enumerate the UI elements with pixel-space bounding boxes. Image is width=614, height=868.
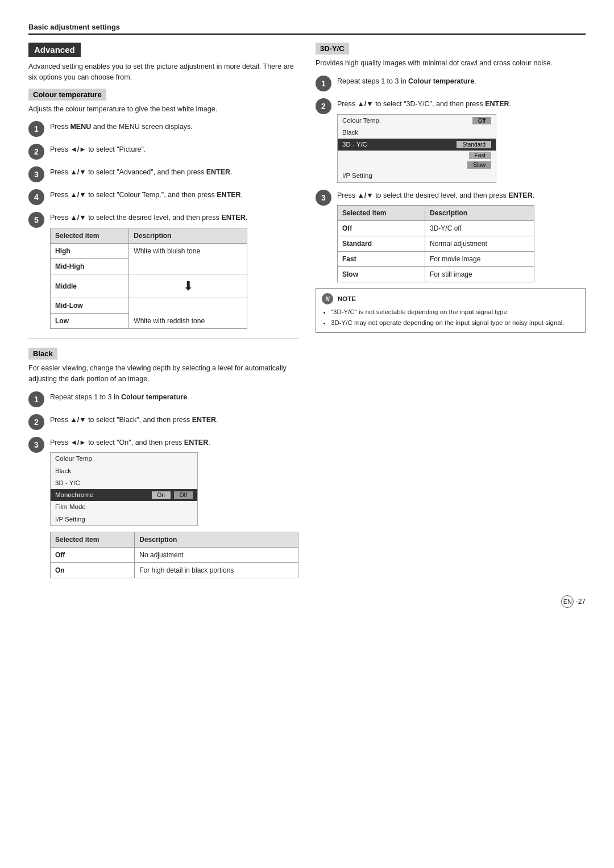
yd3-step-2: 2 Press ▲/▼ to select "3D-Y/C", and then… [316,97,586,183]
step-1-text: Press MENU and the MENU screen displays. [50,120,193,132]
col-description: Description [135,532,298,547]
yd3-section: 3D-Y/C Provides high quality images with… [316,43,586,333]
table-row: High White with bluish tone [51,244,247,259]
black-table: Selected item Description Off No adjustm… [50,532,298,578]
black-step-3-circle: 3 [28,437,44,453]
menu-row-colourtmp: Colour Temp. [51,453,197,465]
menu-row-3dyc: 3D - Y/C Standard [338,139,496,151]
advanced-header: Advanced [28,43,81,57]
yd3-table: Selected item Description Off 3D-Y/C off… [337,205,534,282]
menu-row-ipsetting: I/P Setting [338,170,496,182]
yd3-menu: Colour Temp. Off Black 3D - Y/C Standard… [337,114,496,183]
menu-row-3dyc: 3D - Y/C [51,477,197,489]
step-3-text: Press ▲/▼ to select "Advanced", and then… [50,165,233,178]
table-row: Off 3D-Y/C off [338,221,534,236]
menu-row-colourtmp: Colour Temp. Off [338,115,496,127]
yd3-desc: Provides high quality images with minima… [316,58,586,69]
col-selected-item: Selected item [338,206,425,221]
black-header: Black [28,348,57,360]
black-step-3: 3 Press ◄/► to select "On", and then pre… [28,436,298,578]
advanced-section: Advanced Advanced setting enables you to… [28,43,298,83]
yd3-step-1: 1 Repeat steps 1 to 3 in Colour temperat… [316,74,586,91]
main-layout: Advanced Advanced setting enables you to… [28,43,586,584]
step-5-text: Press ▲/▼ to select the desired level, a… [50,211,247,329]
colour-temp-section: Colour temperature Adjusts the colour te… [28,89,298,329]
note-item-1: "3D-Y/C" is not selectable depending on … [331,307,579,317]
black-step-1: 1 Repeat steps 1 to 3 in Colour temperat… [28,390,298,407]
table-row: Middle ⬇ [51,274,247,298]
table-row: Standard Normal adjustment [338,236,534,252]
col-description: Description [129,228,247,244]
menu-option-on[interactable]: On [152,491,171,499]
menu-row-black: Black [51,465,197,477]
black-menu: Colour Temp. Black 3D - Y/C Monochrome O… [50,452,198,526]
table-row: Slow For still image [338,267,534,282]
table-row: On For high detail in black portions [51,562,298,578]
page-header: Basic adjustment settings [28,23,586,35]
note-item-2: 3D-Y/C may not operate depending on the … [331,318,579,328]
black-desc: For easier viewing, change the viewing d… [28,363,298,385]
black-step-1-text: Repeat steps 1 to 3 in Colour temperatur… [50,390,189,403]
menu-option-standard[interactable]: Standard [457,141,491,148]
menu-row-filmmode: Slow [338,160,496,170]
menu-row-black: Black [338,127,496,139]
advanced-desc: Advanced setting enables you to set the … [28,61,298,83]
step-5: 5 Press ▲/▼ to select the desired level,… [28,211,298,329]
menu-row-monochrome: Fast [338,151,496,160]
black-step-2: 2 Press ▲/▼ to select "Black", and then … [28,413,298,430]
table-row: Off No adjustment [51,547,298,562]
step-4: 4 Press ▲/▼ to select "Colour Temp.", an… [28,188,298,205]
note-icon: N [322,293,333,304]
page-title: Basic adjustment settings [28,23,120,31]
page-num-text: -27 [576,598,586,606]
col-description: Description [425,206,534,221]
yd3-step-2-text: Press ▲/▼ to select "3D-Y/C", and then p… [337,97,586,183]
note-label: NOTE [338,294,356,304]
step-3-circle: 3 [28,166,44,182]
step-4-text: Press ▲/▼ to select "Colour Temp.", and … [50,188,243,201]
menu-row-filmmode: Film Mode [51,501,197,513]
colour-temp-table: Selected item Description High White wit… [50,228,247,329]
note-list: "3D-Y/C" is not selectable depending on … [322,307,579,328]
note-box: N NOTE "3D-Y/C" is not selectable depend… [316,288,586,333]
yd3-step-3-text: Press ▲/▼ to select the desired level, a… [337,189,534,283]
step-2-text: Press ◄/► to select "Picture". [50,143,146,155]
step-2-circle: 2 [28,144,44,160]
yd3-step-1-circle: 1 [316,76,331,91]
menu-option-off[interactable]: Off [472,117,491,124]
yd3-step-3-circle: 3 [316,190,331,206]
page-number: EN -27 [28,595,586,608]
menu-row-monochrome: Monochrome On Off [51,489,197,501]
step-3: 3 Press ▲/▼ to select "Advanced", and th… [28,165,298,182]
left-column: Advanced Advanced setting enables you to… [28,43,298,584]
black-step-1-circle: 1 [28,391,44,407]
table-row: Mid-Low White with reddish tone [51,298,247,314]
right-column: 3D-Y/C Provides high quality images with… [316,43,586,584]
page-num-badge: EN [561,595,574,608]
black-step-2-text: Press ▲/▼ to select "Black", and then pr… [50,413,218,425]
note-header: N NOTE [322,293,579,304]
colour-temp-desc: Adjusts the colour temperature to give t… [28,104,298,115]
yd3-header: 3D-Y/C [316,43,349,55]
menu-option-off[interactable]: Off [174,491,193,499]
step-1: 1 Press MENU and the MENU screen display… [28,120,298,137]
black-step-2-circle: 2 [28,414,44,430]
black-section: Black For easier viewing, change the vie… [28,348,298,578]
step-1-circle: 1 [28,121,44,137]
black-step-3-text: Press ◄/► to select "On", and then press… [50,436,298,578]
yd3-step-2-circle: 2 [316,98,331,114]
col-selected-item: Selected item [51,532,135,547]
menu-option-slow[interactable]: Slow [467,161,491,169]
yd3-step-3: 3 Press ▲/▼ to select the desired level,… [316,189,586,283]
yd3-step-1-text: Repeat steps 1 to 3 in Colour temperatur… [337,74,476,87]
menu-option-fast[interactable]: Fast [469,152,491,159]
step-2: 2 Press ◄/► to select "Picture". [28,143,298,160]
step-4-circle: 4 [28,189,44,205]
menu-row-ipsetting: I/P Setting [51,514,197,525]
step-5-circle: 5 [28,212,44,228]
divider-1 [28,338,298,339]
col-selected-item: Selected item [51,228,129,244]
table-row: Fast For movie image [338,252,534,267]
colour-temp-header: Colour temperature [28,89,106,101]
